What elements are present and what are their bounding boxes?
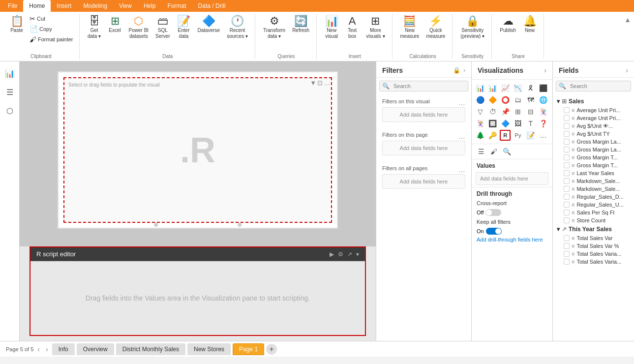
viz-format-icon[interactable]: 🖌 (488, 146, 499, 157)
recent-sources-button[interactable]: 🕐 Recentsources ▾ (224, 14, 251, 41)
fields-expand-btn[interactable]: › (626, 66, 628, 74)
viz-stacked-bar[interactable]: 📊 (487, 83, 498, 93)
field-total-sales-var[interactable]: ≡ Total Sales Var (553, 234, 634, 242)
filters-lock-icon[interactable]: 🔒 (453, 67, 460, 74)
viz-funnel[interactable]: ▽ (475, 106, 485, 117)
r-editor-settings-btn[interactable]: ⚙ (338, 251, 343, 258)
viz-more[interactable]: … (538, 130, 548, 141)
viz-multirow-card[interactable]: 🃏 (475, 118, 485, 129)
cross-report-track[interactable] (485, 209, 501, 216)
viz-key-influencers[interactable]: 🔑 (487, 130, 498, 141)
viz-scatter[interactable]: 🔵 (475, 94, 485, 105)
field-gross-margin-1[interactable]: ≡ Gross Margin La... (553, 138, 634, 146)
field-gross-margin-2[interactable]: ≡ Gross Margin La... (553, 146, 634, 153)
add-drill-through-link[interactable]: Add drill-through fields here (477, 237, 547, 243)
filters-search-input[interactable] (379, 81, 468, 91)
tab-data-drill[interactable]: Data / Drill (192, 0, 232, 12)
field-checkbox[interactable] (564, 147, 570, 152)
keep-all-filters-toggle[interactable]: On (477, 228, 547, 235)
field-checkbox[interactable] (564, 139, 570, 145)
power-bi-datasets-button[interactable]: ⬡ Power BIdatasets (126, 14, 152, 41)
get-data-button[interactable]: 🗄 Getdata ▾ (85, 14, 104, 41)
cut-button[interactable]: ✂ Cut (28, 14, 75, 24)
field-checkbox[interactable] (564, 178, 570, 184)
data-view-btn[interactable]: ☰ (2, 84, 18, 100)
viz-build-fields-icon[interactable]: ☰ (476, 146, 486, 157)
r-visual-placeholder[interactable]: ▼ ⊡ … Select or drag fields to populate … (63, 77, 332, 223)
page-prev-btn[interactable]: ‹ (35, 344, 42, 354)
field-total-sales-varia-2[interactable]: ≡ Total Sales Varia... (553, 258, 634, 266)
viz-image[interactable]: 🖼 (513, 118, 523, 129)
field-gross-margin-t-1[interactable]: ≡ Gross Margin T... (553, 153, 634, 161)
field-checkbox[interactable] (564, 115, 570, 121)
visual-toolbar-more[interactable]: … (324, 79, 330, 87)
visual-toolbar-focus[interactable]: ⊡ (317, 79, 323, 87)
viz-filled-map[interactable]: 🌐 (538, 94, 548, 105)
field-checkbox[interactable] (564, 186, 570, 192)
filters-expand-icon[interactable]: › (463, 67, 465, 74)
filter-all-more[interactable]: … (458, 166, 465, 174)
field-total-sales-var-pct[interactable]: ≡ Total Sales Var % (553, 242, 634, 250)
new-button[interactable]: 🔔 New (520, 14, 540, 35)
visual-toolbar-filter[interactable]: ▼ (310, 79, 316, 87)
field-checkbox[interactable] (564, 259, 570, 265)
field-regular-sales-d[interactable]: ≡ Regular_Sales_D... (553, 193, 634, 201)
new-measure-button[interactable]: 🧮 Newmeasure (397, 14, 423, 41)
field-total-sales-varia-1[interactable]: ≡ Total Sales Varia... (553, 250, 634, 258)
keep-filters-track[interactable] (486, 228, 502, 235)
tab-info[interactable]: Info (52, 343, 75, 355)
filter-page-drop[interactable]: Add data fields here (382, 141, 465, 155)
viz-r-script[interactable]: R (500, 130, 511, 141)
viz-smart-narrative[interactable]: 📝 (525, 130, 536, 141)
filter-all-drop[interactable]: Add data fields here (382, 174, 465, 189)
fields-search-input[interactable] (556, 81, 631, 91)
copy-button[interactable]: 📄 Copy (28, 24, 75, 34)
field-checkbox[interactable] (564, 107, 570, 113)
tab-district-monthly-sales[interactable]: District Monthly Sales (116, 343, 185, 355)
viz-bar-chart[interactable]: 📊 (475, 83, 485, 93)
viz-slicer[interactable]: 🔲 (487, 118, 498, 129)
field-avg-unit-ty[interactable]: ≡ Avg $/Unit 👁... (553, 122, 634, 130)
field-checkbox[interactable] (564, 131, 570, 137)
viz-shape[interactable]: 🔷 (500, 118, 511, 129)
viz-matrix[interactable]: ⊟ (525, 106, 536, 117)
field-store-count[interactable]: ≡ Store Count (553, 216, 634, 224)
field-checkbox[interactable] (564, 217, 570, 223)
field-checkbox[interactable] (564, 123, 570, 129)
viz-card[interactable]: 🃏 (538, 106, 548, 117)
fields-group-this-year-header[interactable]: ▾ ↗ This Year Sales (553, 224, 634, 234)
viz-gauge[interactable]: ⏱ (487, 106, 498, 117)
tab-help[interactable]: Help (138, 0, 162, 12)
model-view-btn[interactable]: ⬡ (2, 103, 18, 119)
viz-values-drop[interactable]: Add data fields here (476, 172, 548, 185)
paste-button[interactable]: 📋 Paste (7, 14, 27, 35)
quick-measure-button[interactable]: ⚡ Quickmeasure (423, 14, 448, 41)
tab-file[interactable]: File (2, 0, 23, 12)
resize-handle[interactable] (154, 223, 158, 227)
field-avg-dollar-unit-ty[interactable]: ≡ Avg $/Unit TY (553, 130, 634, 138)
r-editor-collapse-btn[interactable]: ▾ (356, 251, 359, 258)
field-checkbox[interactable] (564, 194, 570, 200)
viz-line-chart[interactable]: 📈 (500, 83, 511, 93)
sql-server-button[interactable]: 🗃 SQLServer (152, 14, 173, 41)
enter-data-button[interactable]: 📝 Enterdata (174, 14, 194, 41)
field-avg-unit-price-2[interactable]: ≡ Average Unit Pri... (553, 114, 634, 122)
viz-kpi[interactable]: 📌 (500, 106, 511, 117)
viz-python[interactable]: Py (513, 130, 523, 141)
viz-map[interactable]: 🗺 (525, 94, 536, 105)
viz-treemap[interactable]: 🗂 (513, 94, 523, 105)
field-checkbox[interactable] (564, 170, 570, 176)
viz-analytics-icon[interactable]: 🔍 (501, 146, 512, 157)
dataverse-button[interactable]: 🔷 Dataverse (195, 14, 223, 35)
tab-home[interactable]: Home (23, 0, 51, 12)
field-regular-sales-u[interactable]: ≡ Regular_Sales_U... (553, 201, 634, 209)
tab-view[interactable]: View (113, 0, 138, 12)
field-checkbox[interactable] (564, 243, 570, 249)
excel-button[interactable]: ⊞ Excel (105, 14, 125, 35)
viz-decomp-tree[interactable]: 🌲 (475, 130, 485, 141)
format-painter-button[interactable]: 🖌 Format painter (28, 34, 75, 44)
report-view-btn[interactable]: 📊 (2, 65, 18, 81)
r-editor-expand-btn[interactable]: ↗ (347, 251, 352, 258)
field-checkbox[interactable] (564, 251, 570, 257)
tab-modeling[interactable]: Modeling (77, 0, 113, 12)
